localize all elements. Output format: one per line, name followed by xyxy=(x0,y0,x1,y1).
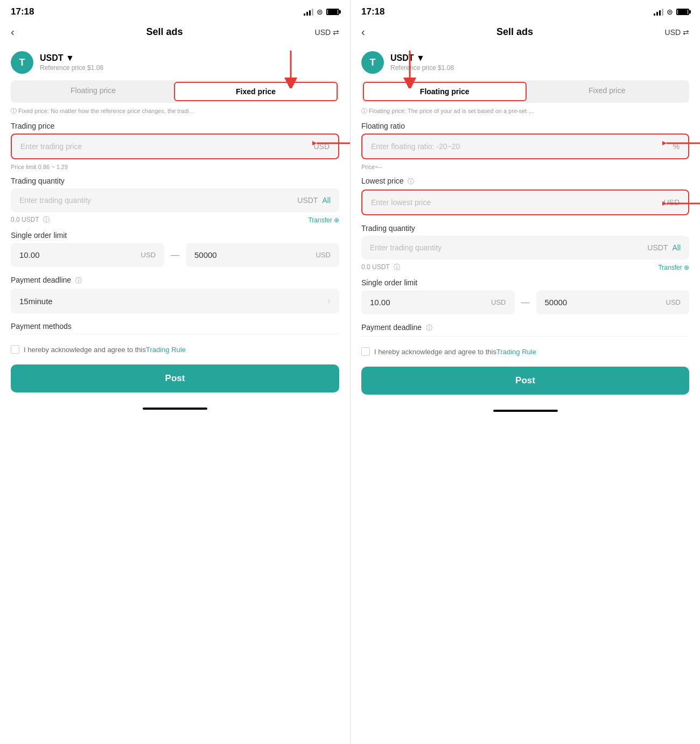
trading-qty-input-1[interactable]: Enter trading quantity USDT All xyxy=(11,188,339,212)
floating-ratio-unit-2: % xyxy=(673,142,680,151)
checkbox-row-2: I hereby acknowledge and agree to thisTr… xyxy=(351,343,700,362)
order-min-box-1[interactable]: 10.00 USD xyxy=(11,243,164,267)
tab-switcher-2: Floating price Fixed price xyxy=(361,80,689,103)
order-max-box-1[interactable]: 50000 USD xyxy=(186,243,339,267)
payment-deadline-label-1: Payment deadline ⓘ xyxy=(0,276,350,289)
checkbox-2[interactable] xyxy=(361,347,370,356)
order-min-unit-2: USD xyxy=(491,298,506,306)
lowest-price-input-2[interactable]: Enter lowest price USD xyxy=(361,189,689,215)
status-bar-1: 17:18 ⊜ xyxy=(0,0,350,22)
tab-area-1: Floating price Fixed price xyxy=(0,80,350,103)
trading-qty-unit-1: USDT xyxy=(297,196,318,205)
chevron-icon-1: › xyxy=(328,296,331,306)
back-button-1[interactable]: ‹ xyxy=(11,26,15,38)
screen-1: 17:18 ⊜ ‹ Sell ads USD ⇄ xyxy=(0,0,350,744)
floating-price-hint-2: Price≈-- xyxy=(351,162,700,177)
tab-area-2: Floating price Fixed price xyxy=(351,80,700,103)
divider-1 xyxy=(11,334,339,334)
status-time-1: 17:18 xyxy=(11,6,34,17)
deadline-box-1[interactable]: 15minute › xyxy=(11,289,339,313)
trading-qty-input-2[interactable]: Enter trading quantity USDT All xyxy=(361,236,689,259)
status-icons-2: ⊜ xyxy=(654,8,689,16)
page-title-2: Sell ads xyxy=(496,26,533,38)
order-sep-1: — xyxy=(169,250,181,260)
deadline-val-1: 15minute xyxy=(19,297,53,306)
order-max-unit-1: USD xyxy=(316,251,331,259)
trading-price-section: Trading price Enter trading price USD Pr… xyxy=(0,122,350,177)
floating-ratio-section: Floating ratio Enter floating ratio: -20… xyxy=(351,122,700,177)
token-name-1[interactable]: USDT ▼ xyxy=(40,53,103,63)
post-button-2[interactable]: Post xyxy=(361,367,689,395)
order-max-val-2: 50000 xyxy=(545,298,568,307)
header-2: ‹ Sell ads USD ⇄ xyxy=(351,22,700,45)
price-limit-hint-1: Price limit 0.86 ~ 1.29 xyxy=(0,162,350,177)
checkbox-label-1: I hereby acknowledge and agree to thisTr… xyxy=(24,346,186,354)
trading-qty-label-1: Trading quantity xyxy=(0,177,350,188)
status-time-2: 17:18 xyxy=(361,6,384,17)
balance-row-2: 0.0 USDT ⓘ Transfer ⊕ xyxy=(351,262,700,278)
trading-price-placeholder-1: Enter trading price xyxy=(20,142,82,151)
tab-fixed-2[interactable]: Fixed price xyxy=(527,82,688,101)
trading-qty-unit-2: USDT xyxy=(647,243,668,252)
token-ref-price-2: Reference price $1.08 xyxy=(390,64,454,72)
checkbox-row-1: I hereby acknowledge and agree to thisTr… xyxy=(0,341,350,360)
token-info-1: USDT ▼ Reference price $1.08 xyxy=(40,53,103,72)
trading-qty-all-2[interactable]: All xyxy=(672,243,681,252)
divider-2 xyxy=(361,336,689,336)
tab-floating-2[interactable]: Floating price xyxy=(363,82,527,101)
order-limit-label-2: Single order limit xyxy=(351,278,700,290)
post-button-1[interactable]: Post xyxy=(11,364,339,392)
lowest-price-placeholder-2: Enter lowest price xyxy=(371,198,431,207)
balance-amount-1: 0.0 USDT ⓘ xyxy=(11,215,50,224)
floating-ratio-input-2[interactable]: Enter floating ratio: -20~20 % xyxy=(361,134,689,159)
order-sep-2: — xyxy=(519,298,532,307)
checkbox-1[interactable] xyxy=(11,345,19,354)
info-text-1: ⓘ Fixed price: No matter how the referen… xyxy=(0,107,350,122)
payment-deadline-label-2: Payment deadline ⓘ xyxy=(351,323,700,336)
home-indicator-1 xyxy=(0,403,350,418)
currency-selector-1[interactable]: USD ⇄ xyxy=(315,28,339,37)
order-max-box-2[interactable]: 50000 USD xyxy=(536,290,690,314)
battery-icon-2 xyxy=(676,9,689,15)
tab-floating-1[interactable]: Floating price xyxy=(12,82,174,101)
token-ref-price-1: Reference price $1.08 xyxy=(40,64,103,72)
trading-rule-link-1[interactable]: Trading Rule xyxy=(146,346,186,354)
home-bar-2 xyxy=(493,410,558,412)
wifi-icon-1: ⊜ xyxy=(317,8,323,16)
transfer-link-2[interactable]: Transfer ⊕ xyxy=(658,264,689,271)
trading-rule-link-2[interactable]: Trading Rule xyxy=(496,348,536,356)
token-logo-2: T xyxy=(361,51,384,74)
wifi-icon-2: ⊜ xyxy=(667,8,673,16)
order-limit-label-1: Single order limit xyxy=(0,231,350,243)
signal-icon-1 xyxy=(304,8,313,16)
lowest-price-unit-2: USD xyxy=(663,198,680,207)
home-indicator-2 xyxy=(351,405,700,420)
token-info-2: USDT ▼ Reference price $1.08 xyxy=(390,53,454,72)
header-1: ‹ Sell ads USD ⇄ xyxy=(0,22,350,45)
back-button-2[interactable]: ‹ xyxy=(361,26,365,38)
tab-fixed-1[interactable]: Fixed price xyxy=(174,82,338,101)
signal-icon-2 xyxy=(654,8,663,16)
order-min-val-2: 10.00 xyxy=(370,298,390,307)
currency-selector-2[interactable]: USD ⇄ xyxy=(665,28,689,37)
balance-row-1: 0.0 USDT ⓘ Transfer ⊕ xyxy=(0,214,350,231)
order-min-unit-1: USD xyxy=(141,251,156,259)
balance-amount-2: 0.0 USDT ⓘ xyxy=(361,263,400,272)
token-logo-1: T xyxy=(11,51,33,74)
page-title-1: Sell ads xyxy=(146,26,183,38)
order-min-box-2[interactable]: 10.00 USD xyxy=(361,290,515,314)
trading-qty-label-2: Trading quantity xyxy=(351,224,700,236)
token-row-2: T USDT ▼ Reference price $1.08 xyxy=(351,45,700,80)
trading-qty-placeholder-1: Enter trading quantity xyxy=(19,196,91,205)
floating-ratio-placeholder-2: Enter floating ratio: -20~20 xyxy=(371,142,460,151)
lowest-price-label-2: Lowest price ⓘ xyxy=(351,177,700,189)
info-text-2: ⓘ Floating price: The price of your ad i… xyxy=(351,107,700,122)
trading-qty-all-1[interactable]: All xyxy=(322,196,331,205)
token-name-2[interactable]: USDT ▼ xyxy=(390,53,454,63)
trading-price-input-1[interactable]: Enter trading price USD xyxy=(11,134,339,159)
trading-price-unit-1: USD xyxy=(313,142,330,151)
payment-methods-label-1: Payment methods xyxy=(0,322,350,334)
transfer-link-1[interactable]: Transfer ⊕ xyxy=(308,216,339,224)
trading-price-label-1: Trading price xyxy=(0,122,350,134)
order-min-val-1: 10.00 xyxy=(19,250,40,259)
